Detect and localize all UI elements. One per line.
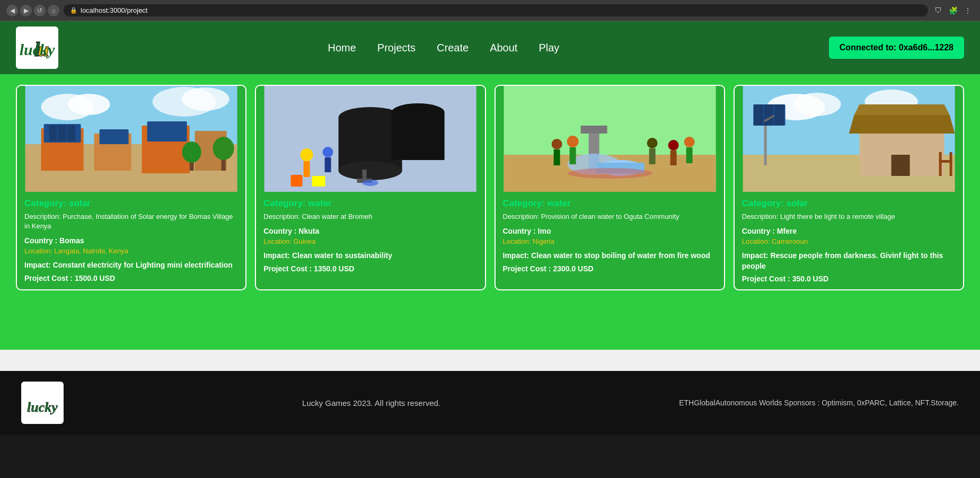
card-location-2: Location: Guinea [263,237,477,245]
svg-rect-55 [686,147,692,163]
bookmark-icon[interactable]: ⛉ [932,5,944,16]
card-location-3: Location: Nigeria [503,237,717,245]
svg-point-32 [301,148,313,161]
card-impact-1: Impact: Constant electricity for Lightin… [24,260,238,271]
reload-button[interactable]: ↺ [34,5,46,16]
svg-rect-76 [949,152,952,163]
card-cost-2: Project Cost : 1350.0 USD [263,264,477,273]
svg-marker-63 [849,115,955,134]
card-cost-1: Project Cost : 1500.0 USD [24,274,238,282]
card-location-1: Location: Langata, Nairobi, Kenya [24,247,238,255]
project-card-3[interactable]: Category: water Description: Provision o… [495,85,725,290]
svg-rect-29 [392,112,445,160]
card-impact-3: Impact: Clean water to stop boiling of w… [503,251,717,261]
nav-projects[interactable]: Projects [377,42,416,54]
svg-rect-73 [939,163,941,176]
footer-logo: lucky [21,382,64,424]
svg-rect-17 [67,125,75,141]
card-impact-4: Impact: Rescue people from darkness. Giv… [742,251,956,271]
svg-rect-53 [670,151,676,165]
nav-create[interactable]: Create [437,42,469,54]
svg-point-54 [684,137,694,147]
white-gap [0,350,980,371]
card-country-3: Country : Imo [503,227,717,235]
svg-rect-35 [325,157,331,172]
navbar: l u lucky Home Projects Create About Pla… [0,21,980,74]
svg-text:lucky: lucky [20,41,55,58]
svg-rect-51 [649,148,655,164]
menu-icon[interactable]: ⋮ [962,5,974,16]
svg-rect-16 [58,125,66,141]
card-cost-3: Project Cost : 2300.0 USD [503,264,717,273]
back-button[interactable]: ◀ [6,5,18,16]
svg-point-27 [339,161,402,180]
cards-grid: Category: solar Description: Purchase, I… [16,85,964,290]
svg-point-52 [668,140,678,151]
svg-point-50 [647,138,657,148]
logo[interactable]: l u lucky [16,26,58,69]
footer-sponsors: ETHGlobalAutonomous Worlds Sponsors : Op… [679,399,959,407]
card-description-2: Description: Clean water at Bromeh [263,212,477,222]
extensions-icon[interactable]: 🧩 [947,5,959,16]
svg-rect-68 [753,104,763,126]
project-card-1[interactable]: Category: solar Description: Purchase, I… [16,85,246,290]
main-content: Category: solar Description: Purchase, I… [0,74,980,350]
svg-rect-18 [100,129,129,144]
svg-rect-69 [764,104,773,126]
nav-play[interactable]: Play [538,42,559,54]
browser-nav-buttons: ◀ ▶ ↺ ⌂ [6,5,59,16]
svg-rect-74 [949,163,952,176]
svg-point-56 [567,168,652,179]
footer: lucky Lucky Games 2023. All rights reser… [0,371,980,435]
svg-rect-65 [891,155,910,176]
card-description-4: Description: Light there be light to a r… [742,212,956,222]
card-category-1: Category: solar [24,198,238,209]
svg-point-34 [323,147,333,157]
card-category-4: Category: solar [742,198,956,209]
svg-marker-64 [854,104,949,115]
svg-rect-15 [49,125,57,141]
browser-chrome: ◀ ▶ ↺ ⌂ 🔒 localhost:3000/project ⛉ 🧩 ⋮ [0,0,980,21]
svg-point-8 [182,87,229,111]
project-card-4[interactable]: Category: solar Description: Light there… [734,85,964,290]
svg-rect-70 [774,104,784,126]
nav-home[interactable]: Home [328,42,356,54]
svg-rect-49 [569,147,576,164]
home-button[interactable]: ⌂ [48,5,59,16]
card-country-2: Country : Nkuta [263,227,477,235]
svg-point-48 [567,136,578,147]
card-body-4: Category: solar Description: Light there… [735,192,963,289]
svg-point-6 [68,94,110,115]
address-bar[interactable]: 🔒 localhost:3000/project [64,4,928,16]
card-location-4: Location: Camerooun [742,237,956,245]
connect-wallet-button[interactable]: Connected to: 0xa6d6...1228 [829,37,964,59]
url-text: localhost:3000/project [81,6,147,14]
card-description-3: Description: Provision of clean water to… [503,212,717,222]
forward-button[interactable]: ▶ [20,5,32,16]
svg-point-21 [182,141,201,163]
svg-rect-37 [312,176,325,187]
nav-about[interactable]: About [490,42,517,54]
card-image-water1 [256,86,484,192]
svg-rect-38 [291,175,303,187]
footer-copyright: Lucky Games 2023. All rights reserved. [302,399,440,408]
card-category-2: Category: water [263,198,477,209]
svg-point-46 [551,139,562,149]
nav-links: Home Projects Create About Play [328,42,560,54]
card-description-1: Description: Purchase, Installation of S… [24,212,238,231]
card-body-2: Category: water Description: Clean water… [256,192,484,289]
svg-rect-42 [580,126,607,134]
svg-text:lucky: lucky [27,400,58,415]
card-body-1: Category: solar Description: Purchase, I… [17,192,245,289]
card-image-solar2 [735,86,963,192]
lock-icon: 🔒 [70,7,77,14]
card-category-3: Category: water [503,198,717,209]
card-country-4: Country : Mfere [742,227,956,235]
card-body-3: Category: water Description: Provision o… [496,192,724,289]
svg-point-23 [213,137,234,160]
card-image-solar1 [17,86,245,192]
svg-point-36 [363,180,378,186]
project-card-2[interactable]: Category: water Description: Clean water… [255,85,485,290]
card-cost-4: Project Cost : 350.0 USD [742,275,956,283]
svg-rect-33 [304,161,310,177]
